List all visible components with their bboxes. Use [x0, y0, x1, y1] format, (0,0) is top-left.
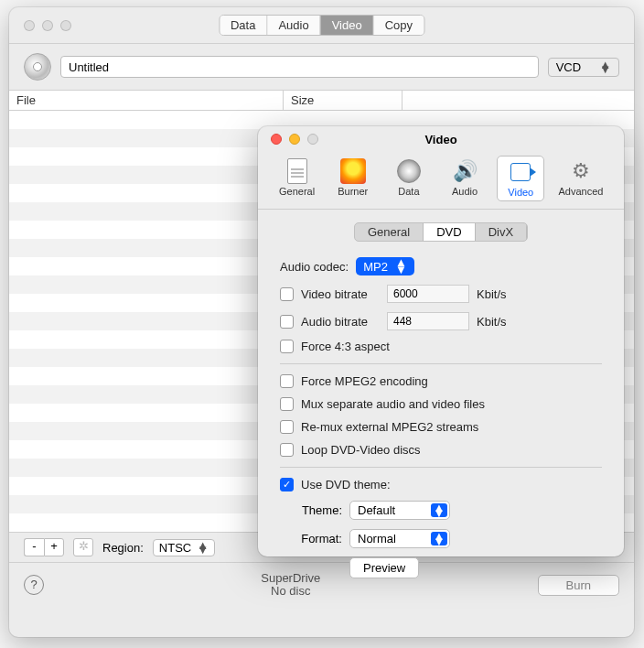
disc-icon: [24, 53, 51, 81]
tab-data[interactable]: Data: [220, 16, 267, 35]
force-mpeg2-checkbox[interactable]: [280, 374, 294, 388]
divider: [280, 467, 602, 468]
prefs-tab-advanced[interactable]: ⚙Advanced: [553, 156, 608, 201]
close-icon[interactable]: [271, 134, 282, 145]
divider: [280, 363, 602, 364]
gear-icon[interactable]: ✲: [73, 538, 93, 556]
loop-label: Loop DVD-Video discs: [301, 443, 421, 457]
remux-checkbox[interactable]: [280, 420, 294, 434]
audio-bitrate-checkbox[interactable]: [280, 315, 294, 329]
window-controls: [9, 20, 71, 31]
video-bitrate-input[interactable]: [387, 285, 469, 303]
minimize-icon[interactable]: [42, 20, 53, 31]
video-bitrate-checkbox[interactable]: [280, 287, 294, 301]
format-select[interactable]: VCD ▲▼: [548, 58, 619, 77]
chevron-updown-icon: ▲▼: [431, 503, 447, 517]
help-button[interactable]: ?: [24, 575, 44, 595]
mux-separate-checkbox[interactable]: [280, 397, 294, 411]
audio-codec-select[interactable]: MP2 ▲▼: [356, 257, 414, 275]
use-theme-label: Use DVD theme:: [301, 478, 391, 491]
region-value: NTSC: [159, 541, 191, 555]
disc-title-input[interactable]: [60, 56, 539, 78]
subtab-general[interactable]: General: [355, 223, 424, 241]
prefs-titlebar: Video: [258, 126, 624, 152]
audio-codec-label: Audio codec:: [280, 260, 349, 274]
mode-tabs: Data Audio Video Copy: [219, 15, 424, 36]
prefs-tab-data[interactable]: Data: [385, 156, 433, 201]
force-aspect-checkbox[interactable]: [280, 340, 294, 353]
prefs-tab-audio[interactable]: 🔊Audio: [441, 156, 488, 201]
chevron-updown-icon: ▲▼: [197, 543, 209, 552]
main-titlebar: Data Audio Video Copy: [9, 7, 634, 44]
preferences-window: Video General Burner Data 🔊Audio Video ⚙…: [258, 126, 624, 556]
video-bitrate-label: Video bitrate: [301, 287, 380, 301]
region-label: Region:: [102, 541, 144, 555]
remove-button[interactable]: -: [24, 538, 44, 556]
unit-label: Kbit/s: [477, 287, 507, 301]
preview-button[interactable]: Preview: [349, 557, 419, 578]
col-last: [402, 91, 634, 110]
prefs-title: Video: [424, 133, 456, 146]
prefs-tab-general[interactable]: General: [274, 156, 321, 201]
tab-audio[interactable]: Audio: [267, 16, 320, 35]
prefs-toolbar: General Burner Data 🔊Audio Video ⚙Advanc…: [258, 152, 624, 210]
theme-select[interactable]: Default ▲▼: [349, 501, 450, 520]
gear-icon: ⚙: [568, 158, 594, 184]
audio-bitrate-input[interactable]: [387, 312, 469, 330]
subtab-divx[interactable]: DivX: [476, 223, 527, 241]
tab-video[interactable]: Video: [321, 16, 374, 35]
force-aspect-label: Force 4:3 aspect: [301, 340, 390, 353]
format-select[interactable]: Normal ▲▼: [349, 529, 450, 548]
theme-label: Theme:: [280, 503, 342, 517]
disc-header: VCD ▲▼: [9, 44, 634, 90]
zoom-icon[interactable]: [307, 134, 318, 145]
audio-bitrate-label: Audio bitrate: [301, 315, 380, 329]
format-value: VCD: [556, 60, 581, 74]
force-mpeg2-label: Force MPEG2 encoding: [301, 374, 428, 388]
mux-separate-label: Mux separate audio and video files: [301, 397, 485, 411]
speaker-icon: 🔊: [452, 158, 478, 184]
add-button[interactable]: +: [44, 538, 64, 556]
chevron-updown-icon: ▲▼: [431, 532, 447, 545]
chevron-updown-icon: ▲▼: [395, 259, 407, 274]
subtab-dvd[interactable]: DVD: [424, 223, 475, 241]
tab-copy[interactable]: Copy: [374, 16, 424, 35]
file-table-header: File Size: [9, 90, 634, 111]
prefs-tab-video[interactable]: Video: [497, 156, 544, 201]
prefs-tab-burner[interactable]: Burner: [329, 156, 377, 201]
col-file[interactable]: File: [9, 91, 284, 110]
prefs-window-controls: [258, 134, 318, 145]
minimize-icon[interactable]: [289, 134, 300, 145]
chevron-updown-icon: ▲▼: [599, 62, 611, 71]
unit-label: Kbit/s: [477, 315, 507, 329]
zoom-icon[interactable]: [60, 20, 71, 31]
format-label: Format:: [280, 532, 342, 545]
add-remove-group: - +: [24, 538, 64, 556]
use-theme-checkbox[interactable]: ✓: [280, 478, 294, 491]
region-select[interactable]: NTSC ▲▼: [153, 539, 215, 556]
dvd-settings: Audio codec: MP2 ▲▼ Video bitrate Kbit/s…: [258, 249, 624, 587]
loop-checkbox[interactable]: [280, 443, 294, 457]
video-subtabs: General DVD DivX: [258, 210, 624, 249]
close-icon[interactable]: [24, 20, 35, 31]
drive-state: No disc: [44, 585, 538, 598]
remux-label: Re-mux external MPEG2 streams: [301, 420, 478, 434]
camera-icon: [510, 163, 531, 181]
col-size[interactable]: Size: [284, 91, 402, 110]
